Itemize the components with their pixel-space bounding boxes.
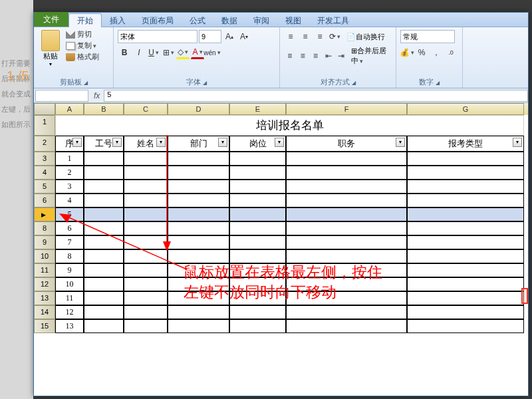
cell[interactable] xyxy=(84,180,124,194)
cell[interactable] xyxy=(168,166,229,180)
cell[interactable] xyxy=(286,305,407,319)
cell[interactable] xyxy=(407,207,524,221)
cell[interactable]: 姓名▾ xyxy=(124,136,168,152)
cell[interactable]: 8 xyxy=(55,249,84,263)
filter-icon[interactable]: ▾ xyxy=(156,138,166,147)
tab-开始[interactable]: 开始 xyxy=(68,13,102,27)
italic-button[interactable]: I xyxy=(132,46,146,59)
font-color-button[interactable]: A xyxy=(191,46,204,59)
cell[interactable] xyxy=(168,263,229,277)
cell[interactable] xyxy=(407,152,524,166)
cell[interactable] xyxy=(124,152,168,166)
cell[interactable] xyxy=(286,319,407,333)
cell[interactable] xyxy=(124,263,168,277)
cell[interactable] xyxy=(407,291,524,305)
cell[interactable] xyxy=(407,194,524,207)
cell[interactable] xyxy=(84,221,124,235)
cell[interactable] xyxy=(84,207,124,221)
cell[interactable]: 工号▾ xyxy=(84,136,124,152)
name-box[interactable] xyxy=(35,90,88,102)
row-header[interactable]: 1 xyxy=(34,115,55,136)
file-tab[interactable]: 文件 xyxy=(34,12,68,27)
percent-icon[interactable]: % xyxy=(415,46,428,59)
tab-开发工具[interactable]: 开发工具 xyxy=(309,14,357,27)
row-header[interactable]: 8 xyxy=(34,221,55,235)
row-header[interactable]: 13 xyxy=(34,291,55,305)
cell[interactable]: 12 xyxy=(55,305,84,319)
row-header[interactable]: 2 xyxy=(34,136,55,152)
increase-font-icon[interactable]: A▴ xyxy=(223,30,236,43)
tab-审阅[interactable]: 审阅 xyxy=(245,14,277,27)
decrease-font-icon[interactable]: A▾ xyxy=(237,30,251,43)
tab-插入[interactable]: 插入 xyxy=(102,14,134,27)
cell[interactable] xyxy=(168,194,229,207)
cell[interactable]: 4 xyxy=(55,194,84,207)
cell[interactable] xyxy=(229,277,286,291)
col-header-B[interactable]: B xyxy=(84,103,124,115)
wrap-text-button[interactable]: 📄自动换行 xyxy=(346,32,385,42)
fill-color-button[interactable]: ◇ xyxy=(176,46,190,59)
formula-input[interactable]: 5 xyxy=(104,90,528,102)
cell[interactable] xyxy=(229,263,286,277)
cell[interactable]: 1 xyxy=(55,152,84,166)
fx-icon[interactable]: fx xyxy=(94,91,100,100)
cell[interactable]: 7 xyxy=(55,235,84,249)
cell[interactable]: 11 xyxy=(55,291,84,305)
cell[interactable] xyxy=(124,319,168,333)
cell[interactable] xyxy=(229,291,286,305)
cell[interactable] xyxy=(286,194,407,207)
cell[interactable] xyxy=(124,235,168,249)
cell[interactable] xyxy=(229,194,286,207)
cell[interactable] xyxy=(124,305,168,319)
orientation-icon[interactable]: ⟳ xyxy=(328,30,341,43)
cell[interactable] xyxy=(286,249,407,263)
cell[interactable] xyxy=(286,291,407,305)
font-name-select[interactable] xyxy=(118,30,198,43)
cell[interactable] xyxy=(124,180,168,194)
cell[interactable] xyxy=(168,221,229,235)
filter-icon[interactable]: ▾ xyxy=(72,138,82,147)
cell[interactable]: 5 xyxy=(55,207,84,221)
cell[interactable] xyxy=(124,207,168,221)
cell[interactable] xyxy=(286,180,407,194)
col-header-E[interactable]: E xyxy=(229,103,286,115)
cell[interactable] xyxy=(124,277,168,291)
cell[interactable] xyxy=(229,249,286,263)
cell[interactable] xyxy=(229,221,286,235)
cell[interactable] xyxy=(168,305,229,319)
tab-页面布局[interactable]: 页面布局 xyxy=(134,14,182,27)
row-header[interactable]: 12 xyxy=(34,277,55,291)
cell[interactable] xyxy=(407,277,524,291)
bold-button[interactable]: B xyxy=(118,46,131,59)
border-button[interactable]: ⊞ xyxy=(162,46,175,59)
filter-icon[interactable]: ▾ xyxy=(275,138,284,147)
cell[interactable]: 部门▾ xyxy=(168,136,229,152)
cell[interactable] xyxy=(84,152,124,166)
cell[interactable] xyxy=(229,319,286,333)
tab-视图[interactable]: 视图 xyxy=(277,14,309,27)
cut-button[interactable]: 剪切 xyxy=(66,29,99,40)
cell[interactable]: 3 xyxy=(55,180,84,194)
cell[interactable] xyxy=(168,152,229,166)
currency-icon[interactable]: 💰 xyxy=(400,46,414,59)
title-cell[interactable]: 培训报名名单 xyxy=(55,115,524,136)
cell[interactable] xyxy=(168,235,229,249)
cell[interactable] xyxy=(407,235,524,249)
copy-button[interactable]: 复制 xyxy=(66,40,99,51)
tab-数据[interactable]: 数据 xyxy=(213,14,245,27)
row-header[interactable]: 11 xyxy=(34,263,55,277)
cell[interactable] xyxy=(124,249,168,263)
align-top-icon[interactable]: ≡ xyxy=(284,30,297,43)
cell[interactable] xyxy=(84,249,124,263)
tab-公式[interactable]: 公式 xyxy=(182,14,213,27)
cell[interactable] xyxy=(286,277,407,291)
cell[interactable]: 职务▾ xyxy=(286,136,407,152)
cell[interactable] xyxy=(84,166,124,180)
cell[interactable] xyxy=(168,180,229,194)
comma-icon[interactable]: , xyxy=(430,46,443,59)
cell[interactable] xyxy=(168,277,229,291)
indent-dec-icon[interactable]: ⇤ xyxy=(323,49,334,63)
row-header[interactable]: 10 xyxy=(34,249,55,263)
cell[interactable] xyxy=(286,235,407,249)
cell[interactable] xyxy=(168,319,229,333)
